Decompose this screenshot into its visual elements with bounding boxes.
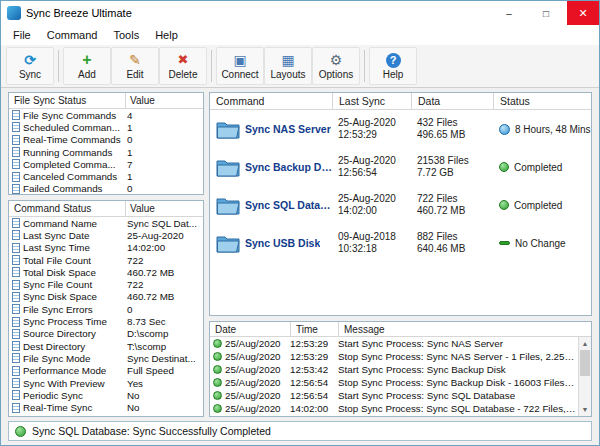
data-size: 640.46 MB	[417, 243, 493, 255]
command-status-rows: Command NameSync SQL Dat...Last Sync Dat…	[9, 217, 203, 414]
info-row: Sync Disk Space460.72 MB	[9, 291, 203, 303]
log-ok-icon	[213, 378, 222, 387]
info-label: File Sync Commands	[23, 110, 124, 121]
document-icon	[12, 218, 20, 228]
log-row[interactable]: 25/Aug/202012:56:54Start Sync Process: S…	[210, 389, 578, 402]
menu-help[interactable]: Help	[147, 27, 186, 43]
info-label: Running Commands	[23, 147, 124, 158]
scroll-up-icon[interactable]: ▲	[579, 337, 591, 350]
info-label: Last Sync Time	[23, 242, 124, 253]
info-row: Source DirectoryD:\scomp	[9, 328, 203, 340]
info-row: Sync File Count722	[9, 278, 203, 290]
edit-button-label: Edit	[126, 69, 143, 80]
delete-button[interactable]: ✖ Delete	[159, 47, 207, 85]
document-icon	[12, 378, 20, 388]
data-size: 460.72 MB	[417, 205, 493, 217]
info-value: Yes	[127, 378, 203, 389]
info-label: Sync Disk Space	[23, 291, 124, 302]
column-header-value[interactable]: Value	[125, 201, 203, 216]
column-header-file-sync-status[interactable]: File Sync Status	[9, 93, 125, 108]
info-row: Dest DirectoryT:\scomp	[9, 340, 203, 352]
right-column: Command Last Sync Data Status Sync NAS S…	[209, 92, 592, 417]
info-row: Sync With PreviewYes	[9, 377, 203, 389]
app-window: Sync Breeze Ultimate – □ ✕ File Command …	[0, 0, 600, 446]
scroll-down-icon[interactable]: ▼	[579, 403, 591, 416]
column-header-command-status[interactable]: Command Status	[9, 201, 125, 216]
close-button[interactable]: ✕	[567, 1, 599, 25]
help-button[interactable]: ? Help	[369, 47, 417, 85]
command-row[interactable]: Sync SQL Database25-Aug-202014:02:00722 …	[210, 186, 591, 224]
log-table-body: 25/Aug/202012:53:29Start Sync Process: S…	[210, 337, 578, 415]
log-vertical-scrollbar[interactable]: ▲ ▼	[578, 337, 591, 416]
status-text: No Change	[515, 238, 566, 249]
layouts-button[interactable]: ▦ Layouts	[264, 47, 312, 85]
info-value: 0	[127, 304, 203, 315]
log-time: 12:53:42	[290, 364, 338, 375]
info-label: Sync With Preview	[23, 378, 124, 389]
command-name: Sync USB Disk	[245, 237, 320, 249]
log-row[interactable]: 25/Aug/202014:02:00Stop Sync Process: Sy…	[210, 402, 578, 415]
log-message: Start Sync Process: Sync NAS Server	[338, 338, 578, 349]
info-row: File Sync Errors0	[9, 303, 203, 315]
connect-button[interactable]: ▣ Connect	[216, 47, 264, 85]
info-row: File Sync ModeSync Destinat...	[9, 352, 203, 364]
command-row[interactable]: Sync USB Disk09-Aug-201810:32:18882 File…	[210, 224, 591, 262]
info-label: File Sync Errors	[23, 304, 124, 315]
document-icon	[12, 172, 20, 182]
log-row[interactable]: 25/Aug/202012:53:29Stop Sync Process: Sy…	[210, 350, 578, 363]
column-header-time[interactable]: Time	[290, 322, 338, 336]
column-header-last-sync[interactable]: Last Sync	[332, 93, 411, 109]
scrollbar-track[interactable]	[579, 350, 591, 403]
document-icon	[12, 280, 20, 290]
command-status-header: Command Status Value	[9, 201, 203, 217]
menu-command[interactable]: Command	[39, 27, 106, 43]
document-icon	[12, 184, 20, 194]
log-time: 12:56:54	[290, 377, 338, 388]
data-files: 432 Files	[417, 117, 493, 129]
minimize-button[interactable]: –	[493, 1, 525, 25]
info-value: 1	[127, 171, 203, 182]
command-name: Sync SQL Database	[245, 199, 332, 211]
file-sync-status-panel: File Sync Status Value File Sync Command…	[8, 92, 204, 195]
info-row: Real-Time Commands0	[9, 134, 203, 146]
log-row[interactable]: 25/Aug/202012:53:42Start Sync Process: S…	[210, 363, 578, 376]
column-header-command[interactable]: Command	[210, 93, 332, 109]
options-icon: ⚙	[330, 52, 343, 68]
status-text: Completed	[514, 200, 562, 211]
clock-status-icon	[499, 124, 510, 135]
log-row[interactable]: 25/Aug/202012:53:29Start Sync Process: S…	[210, 337, 578, 350]
column-header-data[interactable]: Data	[411, 93, 493, 109]
info-value: 4	[127, 110, 203, 121]
command-name: Sync NAS Server	[245, 123, 331, 135]
command-row[interactable]: Sync Backup Disk25-Aug-202012:56:5421538…	[210, 148, 591, 186]
edit-button[interactable]: ✎ Edit	[111, 47, 159, 85]
column-header-status[interactable]: Status	[493, 93, 591, 109]
help-icon: ?	[386, 53, 401, 68]
command-row[interactable]: Sync NAS Server25-Aug-202012:53:29432 Fi…	[210, 110, 591, 148]
column-header-date[interactable]: Date	[210, 322, 290, 336]
info-value: 460.72 MB	[127, 267, 203, 278]
scrollbar-thumb[interactable]	[580, 350, 590, 376]
menu-tools[interactable]: Tools	[105, 27, 147, 43]
info-label: Last Sync Date	[23, 230, 124, 241]
sync-button-label: Sync	[19, 69, 41, 80]
column-header-message[interactable]: Message	[338, 322, 591, 336]
document-icon	[12, 390, 20, 400]
status-ok-icon	[15, 426, 26, 437]
maximize-button[interactable]: □	[530, 1, 562, 25]
log-row[interactable]: 25/Aug/202012:56:54Stop Sync Process: Sy…	[210, 376, 578, 389]
data-size: 496.65 MB	[417, 129, 493, 141]
sync-button[interactable]: ⟳ Sync	[6, 47, 54, 85]
sync-folder-icon	[216, 158, 240, 177]
info-label: Periodic Sync	[23, 390, 124, 401]
window-title: Sync Breeze Ultimate	[26, 7, 488, 19]
completed-status-icon	[499, 162, 509, 172]
add-button[interactable]: + Add	[63, 47, 111, 85]
last-sync-time: 12:56:54	[338, 167, 411, 179]
info-label: Real-Time Commands	[23, 134, 124, 145]
column-header-value[interactable]: Value	[125, 93, 203, 108]
info-value: 460.72 MB	[127, 291, 203, 302]
menu-file[interactable]: File	[5, 27, 39, 43]
options-button[interactable]: ⚙ Options	[312, 47, 360, 85]
info-value: 1	[127, 122, 203, 133]
